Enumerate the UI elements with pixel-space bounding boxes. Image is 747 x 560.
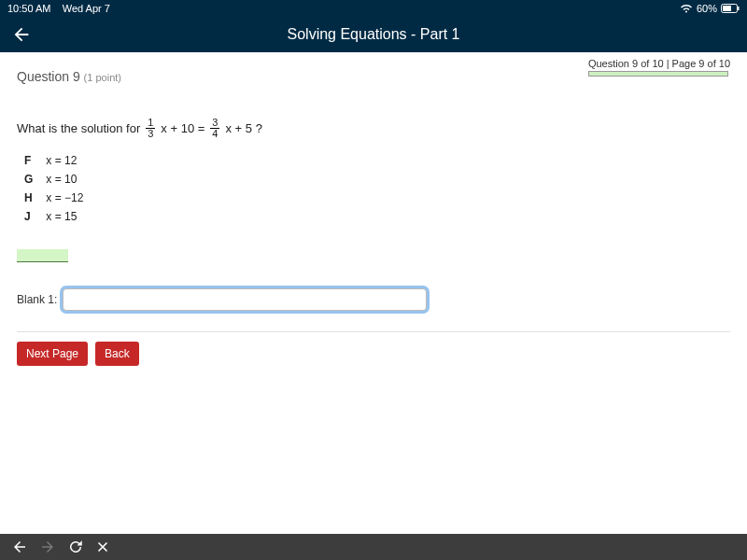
choice-label: J xyxy=(19,208,38,225)
choice-label: H xyxy=(19,189,38,206)
choice-label: G xyxy=(19,171,38,188)
choice-text: x = 12 xyxy=(40,152,89,169)
choice-row: Fx = 12 xyxy=(19,152,89,169)
choice-row: Gx = 10 xyxy=(19,171,89,188)
blank-input[interactable] xyxy=(63,288,427,311)
divider xyxy=(17,331,730,332)
status-time: 10:50 AM xyxy=(7,3,50,14)
button-row: Next Page Back xyxy=(17,342,730,366)
question-body: What is the solution for 1 3 x + 10 = 3 … xyxy=(17,118,730,311)
meta-line: Question 9 of 10 | Page 9 of 10 xyxy=(588,58,730,69)
question-points: (1 point) xyxy=(84,72,121,83)
choice-text: x = 10 xyxy=(40,171,89,188)
answer-choices: Fx = 12 Gx = 10 Hx = −12 Jx = 15 xyxy=(17,150,730,227)
back-button[interactable]: Back xyxy=(95,342,139,366)
question-prompt: What is the solution for 1 3 x + 10 = 3 … xyxy=(17,118,730,139)
status-left: 10:50 AM Wed Apr 7 xyxy=(7,3,110,14)
fraction-2: 3 4 xyxy=(210,118,219,139)
blank-row: Blank 1: xyxy=(17,288,730,311)
svg-rect-2 xyxy=(738,7,740,10)
page-meta: Question 9 of 10 | Page 9 of 10 xyxy=(588,58,730,77)
page-title: Solving Equations - Part 1 xyxy=(288,26,460,43)
back-arrow-icon[interactable] xyxy=(11,24,32,45)
top-nav: Solving Equations - Part 1 xyxy=(0,17,747,52)
choice-row: Hx = −12 xyxy=(19,189,89,206)
choice-label: F xyxy=(19,152,38,169)
nav-forward-icon[interactable] xyxy=(39,539,56,555)
content-area: Question 9 of 10 | Page 9 of 10 Question… xyxy=(0,52,747,366)
next-page-button[interactable]: Next Page xyxy=(17,342,88,366)
nav-back-icon[interactable] xyxy=(11,539,28,555)
prompt-prefix: What is the solution for xyxy=(17,121,140,135)
close-icon[interactable] xyxy=(95,539,110,554)
choice-text: x = −12 xyxy=(40,189,89,206)
blank-label: Blank 1: xyxy=(17,293,57,306)
battery-pct: 60% xyxy=(697,3,717,14)
svg-rect-1 xyxy=(723,6,731,11)
frac2-den: 4 xyxy=(210,129,219,139)
status-bar: 10:50 AM Wed Apr 7 60% xyxy=(0,0,747,17)
choice-text: x = 15 xyxy=(40,208,89,225)
refresh-icon[interactable] xyxy=(67,539,84,555)
status-right: 60% xyxy=(680,3,740,14)
choice-row: Jx = 15 xyxy=(19,208,89,225)
status-date: Wed Apr 7 xyxy=(63,3,110,14)
question-number: Question 9 xyxy=(17,69,80,84)
progress-bar xyxy=(588,71,728,77)
prompt-tail: x + 5 ? xyxy=(225,121,261,135)
fraction-1: 1 3 xyxy=(146,118,155,139)
highlight-box xyxy=(17,249,68,262)
frac1-den: 3 xyxy=(146,129,155,139)
battery-icon xyxy=(721,4,740,13)
bottom-toolbar xyxy=(0,534,747,560)
wifi-icon xyxy=(680,4,693,13)
prompt-mid1: x + 10 = xyxy=(161,121,204,135)
